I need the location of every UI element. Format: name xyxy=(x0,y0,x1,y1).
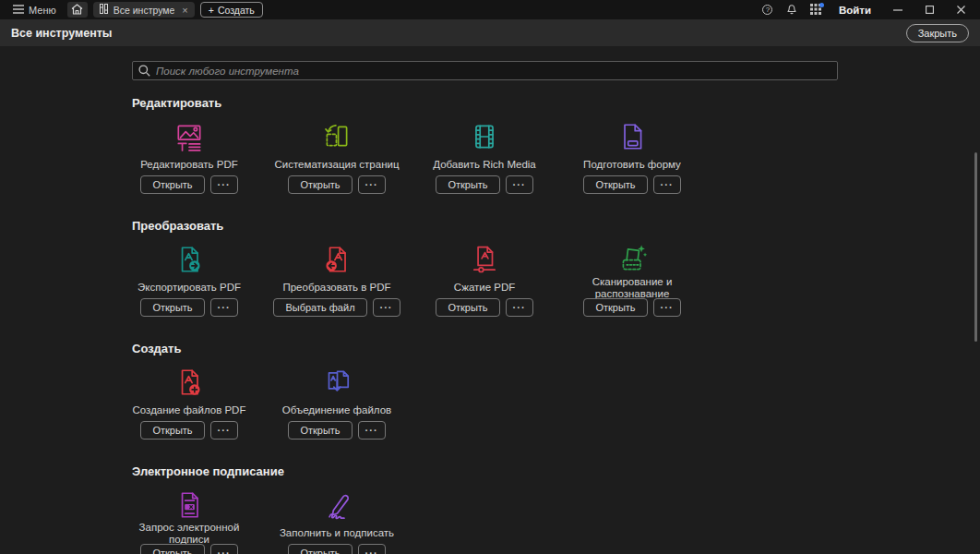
home-button[interactable] xyxy=(67,2,88,18)
notifications-button[interactable] xyxy=(782,2,802,18)
prepare-form-icon xyxy=(616,121,648,152)
all-tools-content: Редактировать Редактировать PDF Открыть … xyxy=(0,46,980,554)
tool-card: Преобразовать в PDF Выбрать файл ··· xyxy=(263,244,411,317)
tool-actions: Открыть ··· xyxy=(140,298,237,317)
tool-actions: Открыть ··· xyxy=(436,298,532,317)
open-button[interactable]: Открыть xyxy=(288,544,352,554)
tool-label: Объединение файлов xyxy=(282,400,391,421)
open-button[interactable]: Открыть xyxy=(436,298,499,317)
titlebar-left: Меню Все инструмен... × + Создать xyxy=(0,2,263,18)
section-title: Редактировать xyxy=(132,97,971,110)
maximize-button[interactable] xyxy=(915,0,943,19)
tab-all-tools[interactable]: Все инструмен... × xyxy=(93,2,195,18)
rich-media-icon xyxy=(469,121,500,152)
create-pdf-icon xyxy=(173,367,205,398)
more-options-button[interactable]: ··· xyxy=(506,298,533,317)
tool-card: Запрос электронной подписи Открыть ··· xyxy=(115,489,263,554)
tool-label: Преобразовать в PDF xyxy=(282,277,390,298)
scan-ocr-icon xyxy=(616,244,648,275)
fill-sign-icon xyxy=(321,489,353,521)
tool-card: Заполнить и подписать Открыть ··· xyxy=(263,489,411,554)
section-title: Создать xyxy=(132,343,971,355)
page-header: Все инструменты Закрыть xyxy=(0,19,980,46)
titlebar-right: ? Войти xyxy=(758,0,980,19)
tool-label: Подготовить форму xyxy=(583,154,681,175)
tool-label: Сжатие PDF xyxy=(454,277,516,298)
more-options-button[interactable]: ··· xyxy=(210,298,238,317)
close-window-button[interactable] xyxy=(947,0,974,19)
open-button[interactable]: Открыть xyxy=(140,544,204,554)
tool-actions: Открыть ··· xyxy=(583,298,680,317)
section-title: Электронное подписание xyxy=(132,465,971,478)
tool-card: Сканирование и распознавание Открыть ··· xyxy=(558,244,706,317)
acrobat-window: Меню Все инструмен... × + Создать ? xyxy=(0,0,980,554)
open-button[interactable]: Открыть xyxy=(583,298,647,317)
tool-card: Объединение файлов Открыть ··· xyxy=(263,367,411,440)
more-options-button[interactable]: ··· xyxy=(373,298,400,317)
open-button[interactable]: Открыть xyxy=(436,175,499,194)
compress-pdf-icon xyxy=(469,244,500,275)
tool-label: Редактировать PDF xyxy=(140,154,238,175)
menu-label: Меню xyxy=(29,5,56,16)
titlebar: Меню Все инструмен... × + Создать ? xyxy=(0,0,980,19)
create-tab-button[interactable]: + Создать xyxy=(200,2,263,18)
help-button[interactable]: ? xyxy=(758,2,778,18)
tool-actions: Открыть ··· xyxy=(288,421,385,440)
menu-button[interactable]: Меню xyxy=(7,3,62,18)
tool-actions: Открыть ··· xyxy=(140,544,237,554)
vertical-scrollbar-thumb[interactable] xyxy=(974,152,977,342)
more-options-button[interactable]: ··· xyxy=(210,544,238,554)
tool-label: Добавить Rich Media xyxy=(433,154,536,175)
tool-section: Редактировать Редактировать PDF Открыть … xyxy=(115,97,971,194)
more-options-button[interactable]: ··· xyxy=(358,544,386,554)
tab-close-icon[interactable]: × xyxy=(180,5,187,16)
hamburger-icon xyxy=(13,5,24,16)
open-button[interactable]: Открыть xyxy=(140,175,204,194)
tool-label: Заполнить и подписать xyxy=(280,523,394,544)
tool-card: Экспортировать PDF Открыть ··· xyxy=(115,244,263,317)
apps-button[interactable] xyxy=(806,2,826,18)
open-button[interactable]: Открыть xyxy=(140,421,204,440)
close-all-tools-button[interactable]: Закрыть xyxy=(906,24,969,42)
search-input[interactable] xyxy=(132,61,838,80)
tool-section: Преобразовать Экспортировать PDF Открыть… xyxy=(115,220,971,317)
tool-label: Сканирование и распознавание xyxy=(563,277,701,298)
more-options-button[interactable]: ··· xyxy=(210,175,238,194)
tool-actions: Открыть ··· xyxy=(436,175,532,194)
tools-area: Редактировать Редактировать PDF Открыть … xyxy=(115,97,971,554)
open-button[interactable]: Открыть xyxy=(583,175,647,194)
tool-row: Редактировать PDF Открыть ··· Систематиз… xyxy=(115,121,971,194)
create-label: Создать xyxy=(218,5,255,16)
tool-card: Систематизация страниц Открыть ··· xyxy=(263,121,411,194)
tool-card: Добавить Rich Media Открыть ··· xyxy=(411,121,558,194)
tool-card: Подготовить форму Открыть ··· xyxy=(558,121,706,194)
plus-icon: + xyxy=(209,5,214,16)
page-title: Все инструменты xyxy=(11,27,113,40)
more-options-button[interactable]: ··· xyxy=(358,175,386,194)
help-icon: ? xyxy=(762,5,772,15)
more-options-button[interactable]: ··· xyxy=(653,175,681,194)
tool-row: Экспортировать PDF Открыть ··· Преобразо… xyxy=(115,244,971,317)
convert-to-pdf-icon xyxy=(321,244,353,275)
minimize-button[interactable] xyxy=(884,0,912,19)
more-options-button[interactable]: ··· xyxy=(506,175,533,194)
combine-files-icon xyxy=(321,367,353,398)
open-button[interactable]: Выбрать файл xyxy=(273,298,366,317)
open-button[interactable]: Открыть xyxy=(288,175,352,194)
bell-icon xyxy=(786,3,797,17)
home-icon xyxy=(71,4,83,17)
tab-title: Все инструмен... xyxy=(114,5,175,16)
signin-button[interactable]: Войти xyxy=(830,5,880,16)
more-options-button[interactable]: ··· xyxy=(210,421,238,440)
more-options-button[interactable]: ··· xyxy=(653,298,681,317)
tool-card: Сжатие PDF Открыть ··· xyxy=(411,244,558,317)
open-button[interactable]: Открыть xyxy=(288,421,352,440)
notification-badge xyxy=(819,3,824,7)
tool-row: Запрос электронной подписи Открыть ··· З… xyxy=(115,489,971,554)
more-options-button[interactable]: ··· xyxy=(358,421,386,440)
tool-section: Электронное подписание Запрос электронно… xyxy=(115,465,971,554)
tool-actions: Открыть ··· xyxy=(288,544,385,554)
organize-pages-icon xyxy=(321,121,353,152)
open-button[interactable]: Открыть xyxy=(140,298,204,317)
tool-actions: Открыть ··· xyxy=(288,175,385,194)
